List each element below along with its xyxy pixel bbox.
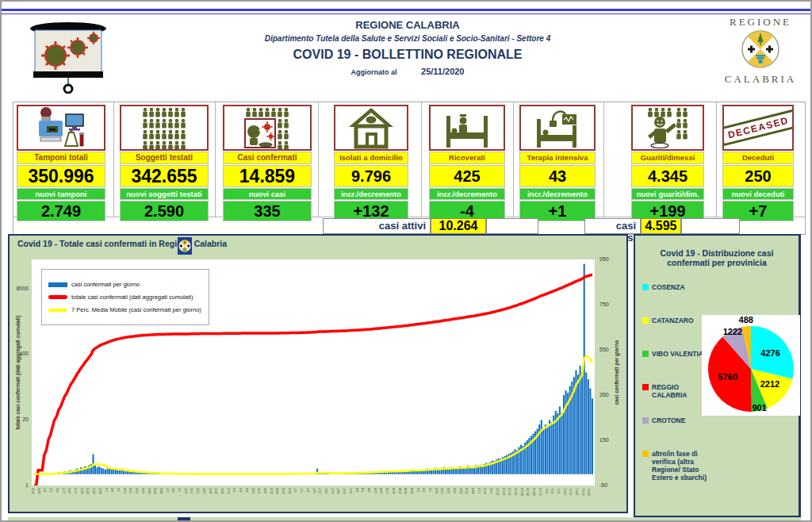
svg-text:17/3: 17/3 [74,487,78,494]
svg-text:21/6: 21/6 [270,487,274,494]
svg-text:31/5: 31/5 [227,487,231,494]
svg-text:22/9: 22/9 [459,487,463,494]
svg-text:150: 150 [599,437,609,443]
lab-tests-icon [17,105,105,151]
logo-region-word: REGIONE [718,16,803,29]
svg-text:14/3: 14/3 [67,487,71,494]
svg-text:16/9: 16/9 [446,487,450,494]
header: REGIONE CALABRIA Dipartimento Tutela del… [209,19,606,76]
stat-card-soggetti: Soggetti testati 342.655 nuovi soggetti … [120,105,209,221]
pie-legend-cosenza: COSENZA [642,283,714,291]
svg-text:27/6: 27/6 [282,487,285,494]
stat-value: 350.996 [17,165,105,187]
svg-text:2/8: 2/8 [355,487,359,492]
deceased-stamp-icon: DECEASED [722,105,794,151]
stat-sub-label: nuovi soggetti testati [120,188,209,200]
pie-legend-altro: altro/in fase di verifica (altra Regione… [642,450,714,482]
svg-text:7/9: 7/9 [428,487,432,492]
home-icon [334,105,408,151]
timeseries-chart-panel: Covid 19 - Totale casi confermati in Reg… [8,234,628,513]
stat-sub-value: 2.749 [17,201,105,221]
svg-text:17/8: 17/8 [385,487,389,494]
bulletin-page: REGIONE CALABRIA Dipartimento Tutela del… [0,0,812,522]
svg-text:12/7: 12/7 [312,487,316,494]
svg-text:24/6: 24/6 [275,487,279,494]
stat-card-tamponi: Tamponi totali 350.996 nuovi tamponi 2.7… [17,105,105,221]
tested-people-icon [120,105,209,151]
svg-text:1/10: 1/10 [477,487,481,494]
svg-text:25/9: 25/9 [465,487,469,494]
stat-value: 14.859 [223,165,312,187]
svg-text:1: 1 [25,482,29,488]
stat-sub-value: 2.590 [120,201,209,221]
svg-text:4/10: 4/10 [483,487,487,494]
svg-text:350: 350 [599,392,609,397]
stat-value: 9.796 [334,165,408,187]
svg-text:16/10: 16/10 [508,487,511,496]
column-divider [215,102,216,217]
stat-sub-label: incr./decremento [519,188,596,200]
column-divider [113,102,114,217]
infected-person-icon [223,105,312,151]
next-section-sliver [8,517,801,522]
svg-text:7/4: 7/4 [117,487,121,492]
chart-legend: casi confermati per giorno totale casi c… [41,269,209,325]
covid-presentation-logo [24,17,113,94]
yellow-swatch [642,317,649,324]
svg-text:9/6: 9/6 [245,487,249,492]
updated-date: 25/11/2020 [421,67,464,76]
svg-text:20/3: 20/3 [80,487,84,494]
svg-text:13/5: 13/5 [190,487,193,494]
stat-card-guariti: Guariti/dimessi 4.345 nuovi guariti/dim.… [631,105,704,221]
svg-text:28/4: 28/4 [159,487,163,494]
svg-text:5/3: 5/3 [49,487,53,492]
pie-value-label: 901 [752,403,766,413]
svg-text:19/9: 19/9 [453,487,457,494]
red-swatch [642,384,649,390]
svg-text:3/6: 3/6 [232,487,236,492]
pie-chart-panel: Covid 19 - Distribuzione casi confermati… [634,234,801,517]
yellow-swatch [48,309,67,312]
stat-value: 342.655 [120,165,209,187]
stat-label: Guariti/dimessi [631,152,704,164]
pie-chart-box: 4276221290157601222488 [702,315,800,416]
updated-label: Aggiornato al [351,68,397,76]
svg-text:31/10: 31/10 [538,487,542,496]
svg-text:12/6: 12/6 [251,487,255,494]
svg-text:750: 750 [599,301,609,307]
svg-text:23/8: 23/8 [398,487,402,494]
svg-text:26/3: 26/3 [92,487,96,494]
svg-text:25/5: 25/5 [214,487,218,494]
svg-text:29/3: 29/3 [98,487,102,494]
recovered-person-icon [631,105,704,151]
svg-text:6/11: 6/11 [550,487,554,493]
svg-text:29/8: 29/8 [410,487,414,494]
svg-text:8/8: 8/8 [367,487,371,492]
svg-text:4/9: 4/9 [422,487,426,492]
stat-sub-label: nuovi guariti/dim. [631,188,704,200]
legend-item-moving-average: 7 Perc. Media Mobile (casi confermati pe… [48,306,202,313]
casi-chiusi-label: casi chiusi [584,218,641,234]
svg-text:19/5: 19/5 [202,487,206,494]
cyan-swatch [642,284,649,290]
svg-text:8/3: 8/3 [56,487,59,492]
department-subtitle: Dipartimento Tutela della Salute e Servi… [209,34,606,43]
svg-text:4/4: 4/4 [110,487,114,492]
stat-card-isolati: Isolati a domicilio 9.796 incr./decremen… [334,105,408,221]
stat-card-confermati: Casi confermati 14.859 nuovi casi 335 [223,105,312,221]
svg-text:16/4: 16/4 [135,487,139,494]
bulletin-title: COVID 19 - BOLLETTINO REGIONALE [209,48,606,62]
svg-text:-50: -50 [599,482,607,488]
stat-sub-label: incr./decremento [429,188,505,200]
column-divider [716,102,717,217]
chart-title: Covid 19 - Totale casi confermati in Reg… [17,239,227,248]
svg-text:10/5: 10/5 [184,487,188,494]
svg-text:20: 20 [22,416,29,422]
lavender-swatch [642,417,649,424]
svg-text:13/9: 13/9 [440,487,444,494]
calabria-emblem-icon [740,29,781,70]
svg-text:casi confermati per giorno: casi confermati per giorno [614,340,620,405]
stat-value: 250 [722,165,794,187]
pie-value-label: 4276 [760,348,779,358]
svg-text:21/11: 21/11 [581,487,585,495]
